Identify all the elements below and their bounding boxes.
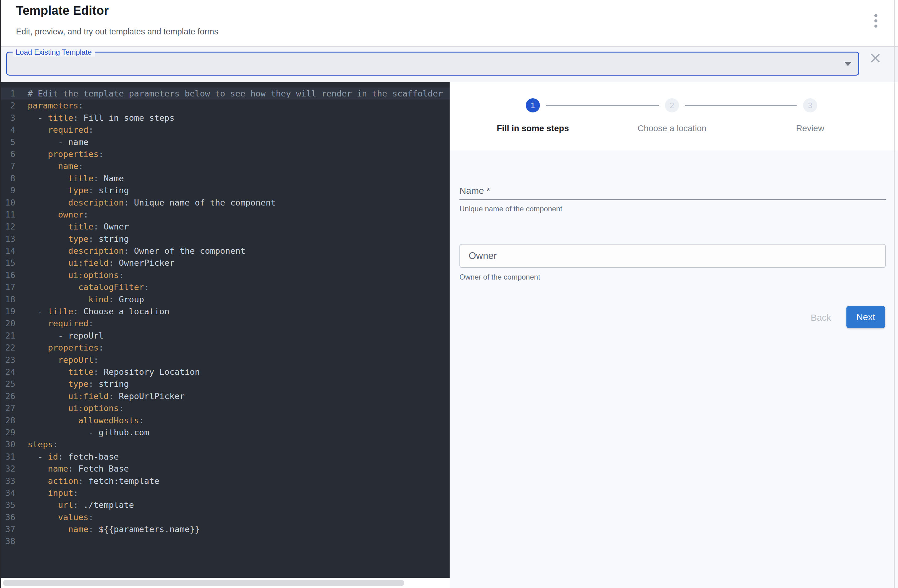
code-line: 2parameters: bbox=[0, 100, 450, 111]
code-text: description: Owner of the component bbox=[15, 245, 245, 257]
close-icon bbox=[868, 51, 882, 65]
code-text: url: ./template bbox=[15, 499, 134, 511]
code-line: 23 repoUrl: bbox=[0, 354, 450, 366]
code-line: 15 ui:field: OwnerPicker bbox=[0, 257, 450, 269]
code-text: - github.com bbox=[15, 426, 149, 439]
line-number: 24 bbox=[0, 366, 15, 378]
code-text: properties: bbox=[15, 148, 103, 160]
load-template-select[interactable]: Load Existing Template bbox=[6, 52, 859, 75]
line-number: 27 bbox=[0, 402, 15, 414]
line-number: 14 bbox=[0, 245, 15, 257]
code-text: - title: Fill in some steps bbox=[15, 112, 174, 124]
code-text: # Edit the template parameters below to … bbox=[15, 88, 443, 100]
code-text: ui:field: RepoUrlPicker bbox=[15, 390, 185, 402]
code-line: 22 properties: bbox=[0, 342, 450, 354]
code-line: 12 title: Owner bbox=[0, 220, 450, 232]
code-line: 1# Edit the template parameters below to… bbox=[0, 88, 450, 100]
code-line: 16 ui:options: bbox=[0, 269, 450, 281]
line-number: 4 bbox=[0, 124, 15, 136]
code-line: 3 - title: Fill in some steps bbox=[0, 112, 450, 124]
code-line: 5 - name bbox=[0, 136, 450, 148]
code-line: 10 description: Unique name of the compo… bbox=[0, 197, 450, 209]
code-line: 29 - github.com bbox=[0, 426, 450, 439]
code-editor[interactable]: 1# Edit the template parameters below to… bbox=[0, 82, 450, 578]
code-text: title: Name bbox=[15, 172, 124, 184]
code-text bbox=[15, 535, 28, 547]
line-number: 1 bbox=[0, 88, 15, 100]
code-line: 20 required: bbox=[0, 317, 450, 329]
line-number: 26 bbox=[0, 390, 15, 402]
line-number: 35 bbox=[0, 499, 15, 511]
template-form: Name * Unique name of the component Owne… bbox=[450, 151, 898, 588]
code-lines: 1# Edit the template parameters below to… bbox=[0, 82, 450, 548]
code-text: description: Unique name of the componen… bbox=[15, 197, 276, 209]
code-text: type: string bbox=[15, 184, 129, 196]
window-left-edge bbox=[0, 0, 1, 588]
horizontal-scrollbar[interactable] bbox=[0, 578, 450, 588]
step-number-badge: 2 bbox=[665, 98, 679, 112]
code-line: 26 ui:field: RepoUrlPicker bbox=[0, 390, 450, 402]
code-text: parameters: bbox=[15, 100, 83, 111]
code-text: name: ${{parameters.name}} bbox=[15, 523, 200, 535]
code-line: 25 type: string bbox=[0, 378, 450, 390]
step-label: Fill in some steps bbox=[497, 123, 569, 133]
code-text: repoUrl: bbox=[15, 354, 98, 366]
step-label: Review bbox=[796, 123, 824, 133]
step-number-badge: 3 bbox=[803, 98, 817, 112]
line-number: 5 bbox=[0, 136, 15, 148]
preview-panel: 1 Fill in some steps 2 Choose a location… bbox=[450, 82, 898, 588]
line-number: 18 bbox=[0, 293, 15, 305]
line-number: 31 bbox=[0, 451, 15, 463]
code-text: action: fetch:template bbox=[15, 475, 159, 487]
back-button[interactable]: Back bbox=[803, 309, 840, 326]
line-number: 36 bbox=[0, 511, 15, 523]
code-line: 34 input: bbox=[0, 487, 450, 499]
load-template-label: Load Existing Template bbox=[12, 48, 95, 57]
code-line: 8 title: Name bbox=[0, 172, 450, 184]
code-line: 33 action: fetch:template bbox=[0, 475, 450, 487]
horizontal-scrollbar-thumb[interactable] bbox=[3, 580, 404, 586]
more-options-button[interactable] bbox=[868, 11, 884, 31]
code-text: type: string bbox=[15, 233, 129, 245]
line-number: 9 bbox=[0, 184, 15, 196]
line-number: 7 bbox=[0, 160, 15, 172]
stepper-step-review: 3 Review bbox=[743, 98, 878, 133]
window-right-edge bbox=[894, 0, 895, 588]
next-button[interactable]: Next bbox=[846, 306, 885, 328]
owner-input[interactable]: Owner bbox=[460, 244, 886, 268]
code-text: steps: bbox=[15, 439, 58, 450]
code-text: - title: Choose a location bbox=[15, 305, 169, 317]
code-line: 4 required: bbox=[0, 124, 450, 136]
line-number: 29 bbox=[0, 426, 15, 439]
code-text: required: bbox=[15, 317, 93, 329]
line-number: 38 bbox=[0, 535, 15, 547]
page-subtitle: Edit, preview, and try out templates and… bbox=[16, 27, 218, 37]
line-number: 3 bbox=[0, 112, 15, 124]
line-number: 22 bbox=[0, 342, 15, 354]
clear-template-button[interactable] bbox=[867, 50, 883, 66]
stepper-step-fill-in-some-steps: 1 Fill in some steps bbox=[465, 98, 600, 133]
name-input[interactable] bbox=[460, 199, 886, 200]
code-line: 9 type: string bbox=[0, 184, 450, 196]
owner-input-placeholder: Owner bbox=[469, 245, 497, 267]
page-title: Template Editor bbox=[16, 4, 109, 17]
code-text: kind: Group bbox=[15, 293, 144, 305]
code-text: ui:options: bbox=[15, 269, 124, 281]
code-line: 30steps: bbox=[0, 439, 450, 450]
load-template-bar: Load Existing Template bbox=[0, 47, 898, 82]
line-number: 20 bbox=[0, 317, 15, 329]
name-field-helper: Unique name of the component bbox=[460, 205, 562, 213]
code-line: 11 owner: bbox=[0, 209, 450, 220]
line-number: 21 bbox=[0, 329, 15, 342]
caret-down-icon bbox=[844, 62, 852, 66]
code-line: 14 description: Owner of the component bbox=[0, 245, 450, 257]
name-field-label: Name * bbox=[460, 186, 490, 196]
code-text: ui:field: OwnerPicker bbox=[15, 257, 174, 269]
line-number: 13 bbox=[0, 233, 15, 245]
code-text: name: Fetch Base bbox=[15, 463, 129, 475]
code-text: - id: fetch-base bbox=[15, 451, 119, 463]
code-line: 27 ui:options: bbox=[0, 402, 450, 414]
line-number: 17 bbox=[0, 281, 15, 293]
kebab-menu-icon bbox=[874, 14, 877, 28]
step-number: 1 bbox=[531, 101, 535, 110]
